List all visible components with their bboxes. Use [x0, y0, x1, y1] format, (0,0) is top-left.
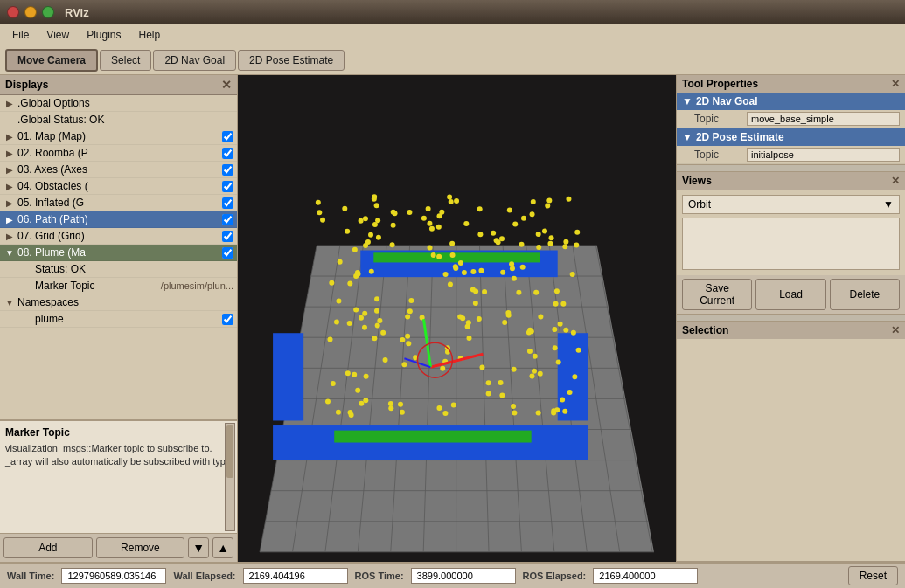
ros-elapsed-label: ROS Elapsed:: [523, 571, 587, 581]
display-checkbox-plume[interactable]: [222, 247, 233, 259]
menu-help[interactable]: Help: [130, 27, 170, 43]
3d-viewport[interactable]: [238, 75, 676, 562]
menubar: File View Plugins Help: [0, 24, 905, 45]
views-current-type: Orbit: [688, 198, 711, 211]
expand-icon: ▶: [3, 165, 16, 175]
views-content: Orbit ▼: [677, 190, 905, 275]
display-item-global-status[interactable]: .Global Status: OK: [0, 112, 237, 128]
dropdown-arrow-icon: ▼: [883, 198, 894, 211]
selection-close-icon[interactable]: ✕: [891, 324, 900, 336]
minimize-button[interactable]: [24, 6, 37, 18]
divider: [677, 165, 905, 172]
display-item-path[interactable]: ▶ 06. Path (Path): [0, 211, 237, 228]
maximize-button[interactable]: [42, 6, 54, 18]
add-button[interactable]: Add: [3, 537, 93, 558]
expand-icon: ▶: [3, 99, 16, 108]
tool-2d-nav-goal[interactable]: 2D Nav Goal: [153, 50, 236, 71]
tool-move-camera[interactable]: Move Camera: [5, 49, 98, 72]
display-item-map[interactable]: ▶ 01. Map (Map): [0, 128, 237, 145]
views-header: Views ✕: [677, 172, 905, 190]
display-checkbox-obstacles[interactable]: [222, 181, 233, 192]
nav-goal-topic-label: Topic: [694, 113, 747, 125]
display-item-inflated[interactable]: ▶ 05. Inflated (G: [0, 195, 237, 211]
expand-icon: ▶: [3, 149, 16, 158]
display-item-plume-ns[interactable]: plume: [0, 311, 237, 328]
display-checkbox-plume-ns[interactable]: [222, 314, 233, 325]
display-checkbox-map[interactable]: [222, 131, 233, 142]
app-title: RViz: [65, 6, 89, 19]
display-checkbox-path[interactable]: [222, 214, 233, 225]
views-list-empty: [682, 218, 900, 270]
remove-button[interactable]: Remove: [96, 537, 185, 558]
description-title: Marker Topic: [5, 426, 232, 439]
pose-estimate-title: 2D Pose Estimate: [696, 131, 784, 143]
display-label: .Global Options: [16, 97, 233, 109]
display-label: 03. Axes (Axes: [16, 163, 222, 176]
display-label: Status: OK: [33, 263, 233, 275]
right-panel: Tool Properties ✕ ▼ 2D Nav Goal Topic mo…: [676, 75, 905, 562]
display-item-plume[interactable]: ▼ 08. Plume (Ma: [0, 245, 237, 261]
nav-goal-topic-value[interactable]: move_base_simple: [747, 112, 900, 126]
menu-view[interactable]: View: [38, 27, 78, 43]
toolbar: Move Camera Select 2D Nav Goal 2D Pose E…: [0, 45, 905, 75]
pose-estimate-minus-icon[interactable]: ▼: [682, 131, 693, 143]
expand-icon: ▶: [3, 232, 16, 241]
views-title: Views: [682, 175, 712, 187]
wall-elapsed-value: 2169.404196: [243, 568, 348, 584]
menu-plugins[interactable]: Plugins: [78, 27, 129, 43]
viewport-panel[interactable]: [238, 75, 676, 562]
description-scrollbar[interactable]: [225, 423, 235, 531]
wall-elapsed-label: Wall Elapsed:: [173, 571, 235, 581]
display-checkbox-roomba[interactable]: [222, 148, 233, 159]
display-item-obstacles[interactable]: ▶ 04. Obstacles (: [0, 178, 237, 195]
pose-estimate-topic-value[interactable]: initialpose: [747, 148, 900, 162]
close-button[interactable]: [7, 6, 19, 18]
expand-icon: ▼: [3, 298, 16, 308]
display-item-marker-topic[interactable]: Marker Topic /plumesim/plun...: [0, 278, 237, 294]
expand-icon: ▼: [3, 248, 16, 258]
display-item-namespaces[interactable]: ▼ Namespaces: [0, 294, 237, 311]
nav-goal-title: 2D Nav Goal: [696, 95, 758, 107]
display-label: 08. Plume (Ma: [16, 246, 222, 259]
views-close-icon[interactable]: ✕: [891, 175, 900, 187]
tool-properties-close-icon[interactable]: ✕: [891, 78, 900, 90]
expand-icon: ▶: [3, 132, 16, 142]
move-down-button[interactable]: ▼: [188, 537, 209, 558]
save-current-button[interactable]: Save Current: [682, 279, 752, 310]
description-text: visualization_msgs::Marker topic to subs…: [5, 442, 232, 469]
nav-goal-header: ▼ 2D Nav Goal: [677, 93, 905, 110]
display-checkbox-inflated[interactable]: [222, 197, 233, 209]
display-item-grid[interactable]: ▶ 07. Grid (Grid): [0, 228, 237, 245]
display-label: plume: [33, 313, 222, 325]
display-label: 05. Inflated (G: [16, 197, 222, 209]
nav-goal-minus-icon[interactable]: ▼: [682, 95, 693, 107]
selection-section: Selection ✕: [677, 322, 905, 562]
display-item-global-options[interactable]: ▶ .Global Options: [0, 95, 237, 112]
titlebar: RViz: [0, 0, 905, 24]
statusbar: Wall Time: 1297960589.035146 Wall Elapse…: [0, 562, 905, 588]
views-type-dropdown[interactable]: Orbit ▼: [682, 195, 900, 214]
selection-title: Selection: [682, 324, 728, 336]
display-item-axes[interactable]: ▶ 03. Axes (Axes: [0, 162, 237, 178]
divider2: [677, 315, 905, 322]
display-label: 01. Map (Map): [16, 130, 222, 142]
display-item-status-ok[interactable]: Status: OK: [0, 261, 237, 278]
pose-estimate-topic-label: Topic: [694, 149, 747, 161]
display-checkbox-grid[interactable]: [222, 231, 233, 242]
expand-icon: ▶: [3, 215, 16, 225]
ros-time-label: ROS Time:: [355, 571, 404, 581]
tool-2d-pose-estimate[interactable]: 2D Pose Estimate: [238, 50, 345, 71]
displays-panel: Displays ✕ ▶ .Global Options .Global Sta…: [0, 75, 238, 562]
display-checkbox-axes[interactable]: [222, 164, 233, 176]
load-button[interactable]: Load: [755, 279, 825, 310]
nav-goal-topic-row: Topic move_base_simple: [677, 110, 905, 128]
delete-button[interactable]: Delete: [830, 279, 900, 310]
move-up-button[interactable]: ▲: [212, 537, 233, 558]
displays-close-icon[interactable]: ✕: [221, 78, 232, 92]
display-label: 07. Grid (Grid): [16, 230, 222, 242]
display-item-roomba[interactable]: ▶ 02. Roomba (P: [0, 145, 237, 162]
tool-select[interactable]: Select: [100, 50, 151, 71]
menu-file[interactable]: File: [3, 27, 38, 43]
wall-time-value: 1297960589.035146: [61, 568, 166, 584]
reset-button[interactable]: Reset: [848, 566, 898, 585]
